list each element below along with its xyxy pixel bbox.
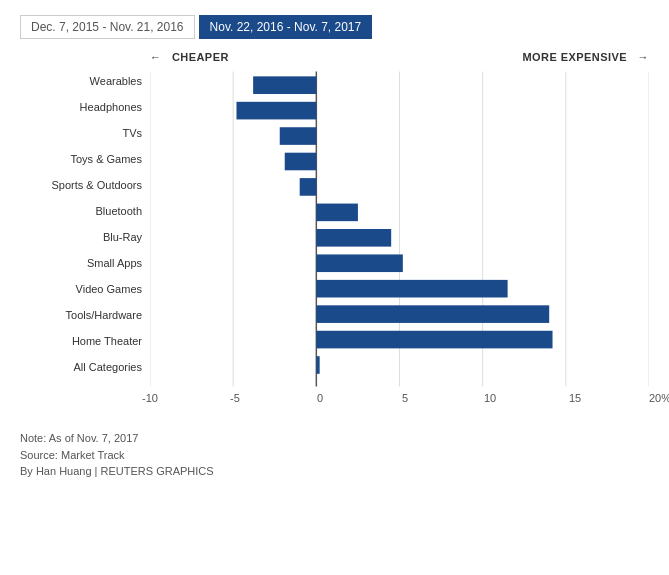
cat-label-video-games: Video Games (20, 276, 150, 302)
footer: Note: As of Nov. 7, 2017 Source: Market … (20, 430, 649, 480)
bar-blu-ray (316, 229, 391, 247)
bar-all-categories (316, 356, 319, 374)
x-tick-10: 10 (484, 392, 496, 404)
x-tick--5: -5 (230, 392, 240, 404)
bars-container (150, 68, 649, 390)
bar-sports-&-outdoors (300, 178, 317, 196)
cat-label-home-theater: Home Theater (20, 328, 150, 354)
cat-label-wearables: Wearables (20, 68, 150, 94)
expensive-label: MORE EXPENSIVE → (522, 51, 649, 63)
x-tick-0: 0 (317, 392, 323, 404)
chart-area: WearablesHeadphonesTVsToys & GamesSports… (20, 68, 649, 390)
cat-label-headphones: Headphones (20, 94, 150, 120)
bar-toys-&-games (285, 153, 317, 171)
category-labels: WearablesHeadphonesTVsToys & GamesSports… (20, 68, 150, 390)
bar-small-apps (316, 254, 402, 272)
bar-tools/hardware (316, 305, 549, 323)
cat-label-small-apps: Small Apps (20, 250, 150, 276)
footer-byline: By Han Huang | REUTERS GRAPHICS (20, 463, 649, 480)
bar-wearables (253, 76, 316, 94)
cheaper-label: ← CHEAPER (150, 51, 229, 63)
cat-label-tvs: TVs (20, 120, 150, 146)
x-axis: -10-505101520% (150, 392, 660, 410)
cat-label-tools/hardware: Tools/Hardware (20, 302, 150, 328)
cat-label-sports-&-outdoors: Sports & Outdoors (20, 172, 150, 198)
date-tab-0[interactable]: Dec. 7, 2015 - Nov. 21, 2016 (20, 15, 195, 39)
cat-label-all-categories: All Categories (20, 354, 150, 380)
x-tick-15: 15 (569, 392, 581, 404)
bar-bluetooth (316, 204, 358, 222)
cat-label-toys-&-games: Toys & Games (20, 146, 150, 172)
date-tab-group: Dec. 7, 2015 - Nov. 21, 2016Nov. 22, 201… (20, 15, 649, 39)
x-tick-20: 20% (649, 392, 669, 404)
cat-label-bluetooth: Bluetooth (20, 198, 150, 224)
x-tick-5: 5 (402, 392, 408, 404)
date-tab-1[interactable]: Nov. 22, 2016 - Nov. 7, 2017 (199, 15, 373, 39)
bar-home-theater (316, 331, 552, 349)
cat-label-blu-ray: Blu-Ray (20, 224, 150, 250)
footer-source: Source: Market Track (20, 447, 649, 464)
chart-svg (150, 68, 649, 390)
footer-note: Note: As of Nov. 7, 2017 (20, 430, 649, 447)
x-tick--10: -10 (142, 392, 158, 404)
bar-tvs (280, 127, 317, 145)
bar-headphones (236, 102, 316, 120)
bar-video-games (316, 280, 507, 298)
